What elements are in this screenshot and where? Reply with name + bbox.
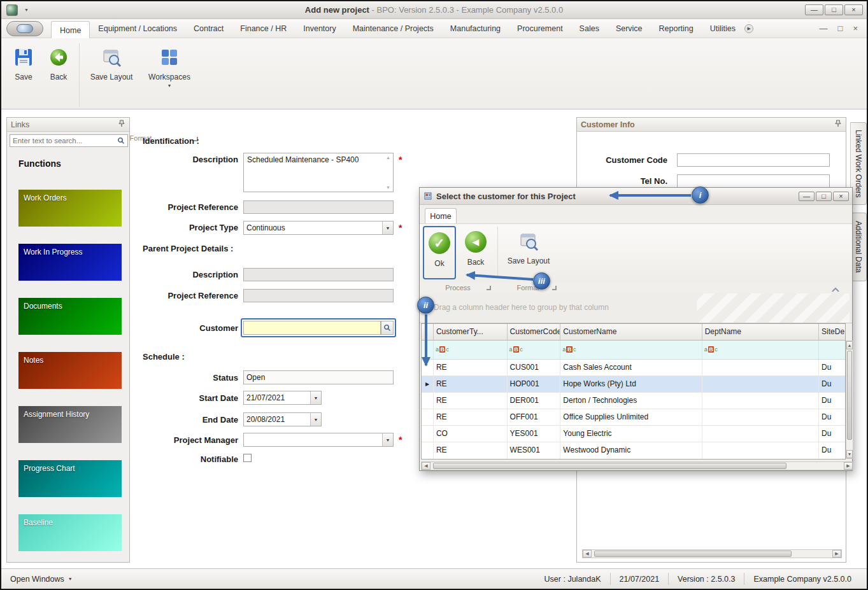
dialog-tab-home[interactable]: Home (425, 208, 457, 223)
chevron-down-icon[interactable]: ▼ (382, 433, 393, 446)
grid-filter-row: aBc aBc aBc aBc (422, 341, 845, 360)
dialog-tab-row: Home (420, 205, 852, 223)
format-dialog-launcher-icon[interactable] (552, 286, 557, 290)
tile-assignment-history[interactable]: Assignment History (18, 406, 122, 443)
tel-no-field[interactable] (677, 174, 830, 188)
grid-row-cus001[interactable]: RE CUS001 Cash Sales Account Du (422, 360, 845, 376)
grid-row-der001[interactable]: RE DER001 Derton / Technologies Du (422, 393, 845, 409)
workspaces-button[interactable]: Workspaces ▼ (143, 42, 196, 93)
tile-documents[interactable]: Documents (18, 298, 122, 335)
start-date-picker[interactable]: 21/07/2021 ▼ (243, 391, 322, 405)
mdi-close-icon[interactable]: × (853, 24, 858, 33)
filter-sitede[interactable] (819, 341, 845, 359)
end-date-picker[interactable]: 20/08/2021 ▼ (243, 412, 322, 426)
scrollbar-thumb[interactable] (594, 551, 792, 557)
tabs-overflow-icon[interactable]: ▶ (744, 24, 753, 33)
application-menu-button[interactable] (6, 21, 43, 36)
customer-info-hscrollbar[interactable]: ◀ ▶ (582, 549, 842, 558)
chevron-down-icon[interactable]: ▼ (310, 391, 321, 404)
grid-header-customername[interactable]: CustomerName (560, 324, 702, 341)
workspaces-dropdown-icon[interactable]: ▼ (167, 83, 172, 88)
group-by-bar[interactable]: Drag a column header here to group by th… (420, 293, 852, 323)
window-title-bold: Add new project (305, 5, 369, 15)
grid-vscrollbar[interactable]: ▲ ▼ (846, 341, 853, 459)
dialog-minimize-button[interactable]: — (799, 192, 815, 201)
links-search-input[interactable] (10, 137, 115, 144)
textarea-scroll-icons[interactable]: ▲▼ (386, 155, 390, 190)
annotation-step-ii: ii (417, 297, 434, 314)
tab-finance-hr[interactable]: Finance / HR (232, 20, 295, 38)
filter-abc-icon: aBc (436, 347, 449, 353)
tile-work-in-progress[interactable]: Work In Progress (18, 244, 122, 281)
ribbon-separator (79, 43, 80, 107)
identification-section-heading: Identification : (143, 136, 199, 146)
tile-work-orders[interactable]: Work Orders (18, 190, 122, 227)
tab-sales[interactable]: Sales (571, 20, 608, 38)
pin-icon[interactable] (834, 120, 842, 129)
grid-header-sitede[interactable]: SiteDe (819, 324, 845, 341)
tab-utilities[interactable]: Utilities (702, 20, 744, 38)
grid-header-deptname[interactable]: DeptName (702, 324, 819, 341)
tab-inventory[interactable]: Inventory (295, 20, 344, 38)
customer-lookup-button[interactable] (381, 321, 394, 335)
notifiable-checkbox[interactable] (243, 454, 252, 462)
tab-reporting[interactable]: Reporting (651, 20, 702, 38)
dialog-back-button[interactable]: ◀ Back (459, 226, 492, 279)
grid-hscrollbar[interactable]: ◀ ▶ (421, 461, 853, 470)
tab-service[interactable]: Service (608, 20, 651, 38)
dialog-close-button[interactable]: × (833, 192, 849, 201)
project-manager-combo[interactable]: ▼ (243, 433, 394, 447)
mdi-restore-icon[interactable]: □ (838, 24, 843, 33)
filter-deptname[interactable]: aBc (702, 341, 819, 359)
tab-procurement[interactable]: Procurement (509, 20, 571, 38)
customer-grid: CustomerTy... CustomerCode CustomerName … (421, 323, 846, 460)
dialog-maximize-button[interactable]: □ (816, 192, 832, 201)
filter-customercode[interactable]: aBc (508, 341, 561, 359)
grid-row-hop001-selected[interactable]: ▶ RE HOP001 Hope Works (Pty) Ltd Du (422, 376, 845, 393)
description-textarea[interactable]: Scheduled Maintenance - SP400 (243, 153, 394, 192)
open-windows-button[interactable]: Open Windows ▼ (10, 575, 73, 584)
scroll-left-icon[interactable]: ◀ (583, 550, 592, 558)
dialog-save-layout-button[interactable]: Save Layout (502, 226, 555, 279)
tab-equipment-locations[interactable]: Equipment / Locations (90, 20, 185, 38)
workspaces-icon (159, 47, 180, 67)
customer-field[interactable] (243, 321, 381, 335)
tile-notes[interactable]: Notes (18, 352, 122, 389)
project-reference-field (243, 200, 394, 214)
process-dialog-launcher-icon[interactable] (487, 286, 491, 290)
scroll-down-icon[interactable]: ▼ (846, 450, 853, 458)
filter-customertype[interactable]: aBc (434, 341, 508, 359)
start-date-label: Start Date (135, 393, 238, 403)
pin-icon[interactable] (118, 120, 125, 129)
scrollbar-thumb[interactable] (433, 463, 786, 469)
save-layout-button[interactable]: Save Layout (84, 42, 139, 93)
grid-header-customertype[interactable]: CustomerTy... (434, 324, 508, 341)
ok-icon: ✓ (429, 232, 450, 254)
chevron-down-icon[interactable]: ▼ (310, 413, 321, 426)
tab-home[interactable]: Home (51, 21, 90, 38)
save-button[interactable]: Save (9, 42, 38, 93)
project-type-combo[interactable]: Continuous ▼ (243, 221, 394, 235)
scroll-left-icon[interactable]: ◀ (422, 462, 430, 470)
tile-progress-chart[interactable]: Progress Chart (18, 460, 122, 497)
back-button[interactable]: Back (42, 42, 75, 93)
grid-row-wes001[interactable]: RE WES001 Westwood Dynamic Du (422, 442, 845, 459)
customer-code-field[interactable] (677, 153, 830, 167)
tab-maintenance-projects[interactable]: Maintenance / Projects (345, 20, 442, 38)
ok-button[interactable]: ✓ Ok (423, 226, 456, 279)
annotation-step-iii: iii (533, 272, 550, 290)
scroll-right-icon[interactable]: ▶ (832, 550, 841, 558)
scroll-up-icon[interactable]: ▲ (846, 341, 853, 349)
tile-baseline[interactable]: Baseline (18, 514, 122, 551)
mdi-minimize-icon[interactable]: — (820, 24, 828, 33)
tab-manufacturing[interactable]: Manufacturing (442, 20, 509, 38)
scroll-right-icon[interactable]: ▶ (844, 462, 853, 470)
grid-row-off001[interactable]: RE OFF001 Office Supplies Unlimited Du (422, 409, 845, 426)
chevron-down-icon[interactable]: ▼ (382, 221, 393, 234)
filter-customername[interactable]: aBc (560, 341, 702, 359)
grid-header-customercode[interactable]: CustomerCode (508, 324, 561, 341)
grid-row-yes001[interactable]: CO YES001 Young Electric Du (422, 426, 845, 442)
tab-contract[interactable]: Contract (185, 20, 232, 38)
search-icon[interactable] (115, 137, 127, 144)
scrollbar-thumb[interactable] (847, 351, 852, 440)
